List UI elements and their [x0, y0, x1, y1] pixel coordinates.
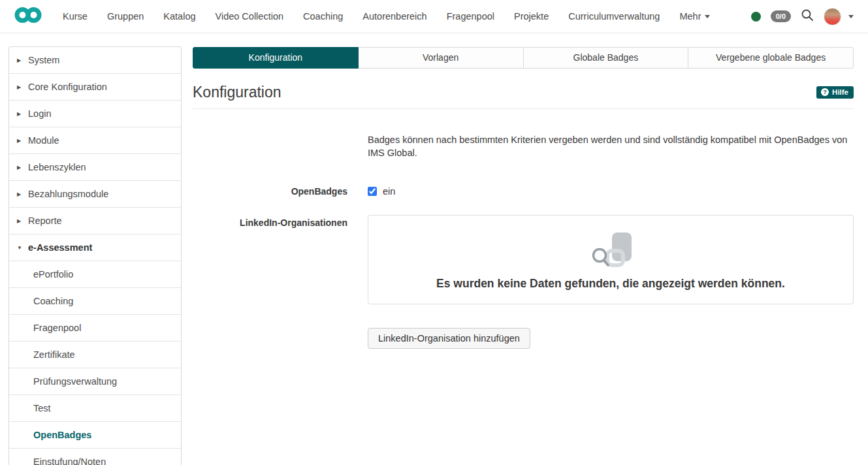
sidebar-item-label: e-Assessment: [28, 242, 92, 253]
infinity-icon: [14, 5, 42, 27]
main-content: Konfiguration Vorlagen Globale Badges Ve…: [193, 47, 854, 349]
chevron-right-icon: ▶: [17, 84, 28, 90]
sidebar-item-label: Test: [33, 403, 51, 413]
chevron-right-icon: ▶: [17, 218, 28, 224]
configuration-form: Badges können nach bestimmten Kriterien …: [193, 133, 854, 349]
admin-sidebar: ▶ System ▶ Core Konfiguration ▶ Login ▶ …: [8, 46, 182, 465]
sidebar-item-label: Module: [28, 135, 59, 146]
sidebar-item-system[interactable]: ▶ System: [9, 47, 181, 74]
openbadges-checkbox-label: ein: [383, 186, 395, 197]
nav-item-video-collection[interactable]: Video Collection: [216, 11, 284, 22]
chevron-right-icon: ▶: [17, 111, 28, 117]
chevron-right-icon: ▶: [17, 191, 28, 197]
page-title: Konfiguration: [193, 84, 281, 101]
nav-item-katalog[interactable]: Katalog: [163, 11, 195, 22]
nav-item-projekte[interactable]: Projekte: [514, 11, 549, 22]
linkedin-organisations-row: LinkedIn-Organisationen Es wurden keine …: [193, 215, 854, 349]
tab-vergebene-globale-badges[interactable]: Vergebene globale Badges: [688, 47, 854, 69]
description-label-spacer: [193, 133, 347, 159]
no-data-search-icon: [588, 229, 634, 272]
sidebar-item-label: ePortfolio: [33, 269, 73, 280]
help-button-label: Hilfe: [832, 88, 848, 96]
sidebar-item-login[interactable]: ▶ Login: [9, 101, 181, 127]
openbadges-row: OpenBadges ein: [193, 186, 854, 197]
chevron-right-icon: ▶: [17, 57, 28, 63]
nav-item-kurse[interactable]: Kurse: [63, 11, 88, 22]
sidebar-item-label: Prüfungsverwaltung: [33, 376, 117, 387]
linkedin-organisations-empty-state: Es wurden keine Daten gefunden, die ange…: [368, 215, 854, 304]
sidebar-item-openbadges[interactable]: OpenBadges: [9, 422, 181, 449]
chevron-right-icon: ▶: [17, 165, 28, 170]
sidebar-item-reporte[interactable]: ▶ Reporte: [9, 208, 181, 234]
search-button[interactable]: [801, 8, 814, 24]
sidebar-item-label: Zertifikate: [33, 349, 75, 360]
header-divider: [193, 108, 854, 109]
chevron-right-icon: ▶: [17, 138, 28, 144]
main-nav: Kurse Gruppen Katalog Video Collection C…: [63, 11, 710, 22]
openbadges-label: OpenBadges: [193, 186, 347, 197]
add-linkedin-organisation-button[interactable]: LinkedIn-Organisation hinzufügen: [368, 328, 530, 349]
sidebar-item-pruefungsverwaltung[interactable]: Prüfungsverwaltung: [9, 368, 181, 395]
nav-item-fragenpool[interactable]: Fragenpool: [447, 11, 494, 22]
help-button[interactable]: ? Hilfe: [816, 86, 854, 99]
sidebar-item-e-assessment[interactable]: ▼ e-Assessment: [9, 234, 181, 261]
nav-item-mehr[interactable]: Mehr: [679, 11, 710, 22]
nav-item-autorenbereich[interactable]: Autorenbereich: [362, 11, 426, 22]
empty-state-text: Es wurden keine Daten gefunden, die ange…: [436, 277, 785, 291]
tab-vorlagen[interactable]: Vorlagen: [358, 47, 524, 69]
page-header: Konfiguration ? Hilfe: [193, 84, 854, 101]
sidebar-item-eportfolio[interactable]: ePortfolio: [9, 261, 181, 288]
topbar-right-cluster: 0/0: [751, 8, 854, 25]
user-menu-chevron-down-icon[interactable]: [848, 15, 854, 18]
sidebar-item-lebenszyklen[interactable]: ▶ Lebenszyklen: [9, 154, 181, 181]
badges-description-text: Badges können nach bestimmten Kriterien …: [368, 133, 854, 159]
sidebar-item-label: Bezahlungsmodule: [28, 189, 108, 199]
sidebar-item-label: Core Konfiguration: [28, 82, 107, 92]
sidebar-item-label: Coaching: [33, 296, 73, 306]
nav-item-gruppen[interactable]: Gruppen: [107, 11, 144, 22]
tab-globale-badges[interactable]: Globale Badges: [523, 47, 689, 69]
sidebar-item-label: Login: [28, 108, 51, 119]
chat-counter-badge[interactable]: 0/0: [771, 10, 791, 22]
linkedin-organisations-label: LinkedIn-Organisationen: [193, 215, 347, 349]
openbadges-enabled-checkbox[interactable]: [368, 187, 377, 196]
sidebar-item-label: Einstufung/Noten: [33, 457, 106, 465]
top-navigation-bar: Kurse Gruppen Katalog Video Collection C…: [0, 0, 868, 33]
sidebar-item-core-konfiguration[interactable]: ▶ Core Konfiguration: [9, 74, 181, 101]
sidebar-item-label: Lebenszyklen: [28, 162, 86, 172]
nav-more-label: Mehr: [679, 11, 701, 22]
search-icon: [801, 8, 814, 24]
sidebar-item-label: Fragenpool: [33, 323, 81, 333]
sidebar-item-bezahlungsmodule[interactable]: ▶ Bezahlungsmodule: [9, 181, 181, 208]
openolat-logo[interactable]: [14, 5, 42, 27]
sidebar-item-einstufung-noten[interactable]: Einstufung/Noten: [9, 449, 181, 465]
sidebar-item-fragenpool[interactable]: Fragenpool: [9, 315, 181, 342]
sidebar-item-test[interactable]: Test: [9, 395, 181, 422]
nav-item-coaching[interactable]: Coaching: [303, 11, 343, 22]
presence-status-dot: [751, 12, 761, 22]
question-mark-icon: ?: [821, 88, 829, 96]
nav-item-curriculumverwaltung[interactable]: Curriculumverwaltung: [568, 11, 660, 22]
sidebar-item-label: System: [28, 55, 59, 65]
sidebar-item-module[interactable]: ▶ Module: [9, 127, 181, 154]
tab-konfiguration[interactable]: Konfiguration: [193, 47, 359, 69]
chevron-down-icon: ▼: [17, 245, 28, 251]
sidebar-item-label: Reporte: [28, 216, 62, 226]
user-avatar[interactable]: [824, 8, 841, 25]
sidebar-item-zertifikate[interactable]: Zertifikate: [9, 342, 181, 368]
chevron-down-icon: [705, 15, 710, 18]
description-row: Badges können nach bestimmten Kriterien …: [193, 133, 854, 159]
sidebar-item-coaching[interactable]: Coaching: [9, 288, 181, 315]
sidebar-item-label: OpenBadges: [33, 430, 91, 440]
tab-bar: Konfiguration Vorlagen Globale Badges Ve…: [193, 47, 854, 69]
openbadges-enabled-control: ein: [368, 186, 854, 197]
